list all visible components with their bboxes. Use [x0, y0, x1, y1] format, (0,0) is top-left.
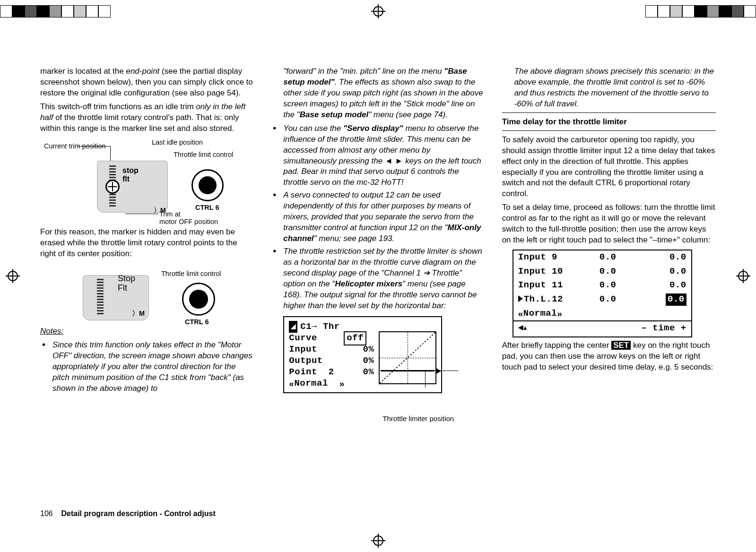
column-2: "forward" in the "min. pitch" line on th… — [271, 66, 485, 500]
lcd-label: Th.L.12 — [524, 294, 563, 304]
notes-heading: Notes: — [40, 326, 254, 337]
lcd-row: Input 100.00.0 — [513, 265, 691, 279]
text-italic: The above diagram shows precisely this s… — [514, 67, 714, 108]
svg-line-0 — [380, 332, 435, 383]
lcd-value: 0% — [341, 355, 374, 367]
para: For this reason, the marker is hidden an… — [40, 227, 254, 259]
crop-bar-top — [0, 5, 756, 18]
lcd-label: Input 10 — [518, 266, 584, 278]
registration-mark-left — [8, 271, 18, 281]
page-footer: 106 Detail program description - Control… — [40, 509, 216, 519]
lcd-row-selected: Th.L.120.00.0 — [513, 293, 691, 307]
pointer-line — [283, 393, 485, 407]
text: This switch-off trim functions as an idl… — [40, 102, 196, 111]
list-item: The throttle restriction set by the thro… — [271, 246, 485, 311]
lcd-value-selected: 0.0 — [666, 293, 686, 306]
lcd-phase: Normal — [523, 308, 557, 320]
curve-icon: ◢ — [289, 321, 297, 333]
lcd-throttle-curve: ◢ C1→ Thr Curve off Input 0% Output 0% P… — [283, 316, 485, 424]
trim-marker-icon — [105, 180, 120, 194]
lcd-graph — [379, 331, 436, 384]
label-motor-off: motor OFF position — [159, 217, 218, 227]
text-italic: You can use the — [283, 124, 343, 133]
lcd-label: Point — [289, 367, 317, 377]
lcd-row: «Normal» — [513, 307, 691, 321]
double-angle-right-icon: » — [557, 308, 562, 320]
lcd-label: Input — [289, 344, 341, 356]
text-italic: end-point — [126, 67, 159, 76]
notes-list: Since this trim function only takes effe… — [40, 340, 254, 394]
double-angle-left-icon: « — [518, 308, 523, 320]
trim-diagram-2: StopFlt Throttle limit control CTRL 6 〉M — [69, 262, 254, 323]
registration-mark-right — [738, 271, 748, 281]
trim-diagram-1: Current trim position Last idle position… — [50, 138, 254, 223]
lcd-value: 0.0 — [584, 251, 632, 264]
lcd-label: Output — [289, 355, 341, 367]
rotary-knob-icon — [191, 169, 224, 201]
text: After briefly tapping the center — [502, 341, 612, 350]
lcd-row: Input 110.00.0 — [513, 278, 691, 293]
text: of the throttle limit rotary control's p… — [40, 113, 239, 133]
bullet-list: You can use the "Servo display" menu to … — [271, 123, 485, 311]
label-throttle-limit-control: Throttle limit control — [161, 269, 221, 279]
divider — [502, 112, 716, 113]
registration-mark-bottom — [373, 535, 383, 546]
para: The above diagram shows precisely this s… — [502, 66, 716, 110]
para: To set a delay time, proceed as follows:… — [502, 202, 716, 246]
lcd-label: Input 11 — [518, 279, 584, 292]
lcd-label: Curve — [289, 332, 341, 345]
label-ctrl6: CTRL 6 — [195, 203, 219, 213]
page-content: marker is located at the end-point (see … — [40, 66, 716, 500]
para-continuation: "forward" in the "min. pitch" line on th… — [271, 66, 485, 121]
text-italic: " menu (see page 74). — [368, 110, 448, 119]
list-item: You can use the "Servo display" menu to … — [271, 123, 485, 189]
crop-bar-bottom — [0, 534, 756, 547]
para: To safely avoid the carburetor opening t… — [502, 135, 716, 200]
swatches-left — [0, 5, 111, 17]
lcd-value: 0.0 — [632, 266, 686, 278]
text-bold-italic: Helicopter mixers — [335, 279, 402, 288]
lcd-row: Input 90.00.0 — [513, 250, 691, 265]
registration-mark-top — [373, 6, 383, 17]
list-item: A servo connected to output 12 can be us… — [271, 190, 485, 244]
lcd-value: 0.0 — [584, 279, 632, 292]
arrow-keys-icon — [518, 322, 527, 335]
rotary-knob-icon — [182, 283, 215, 316]
double-angle-right-icon: » — [339, 378, 345, 390]
text-italic: A servo connected to output 12 can be us… — [283, 190, 474, 232]
label-flt: flt — [122, 174, 130, 184]
lcd-phase: Normal — [294, 378, 328, 390]
label-throttle-limiter-position: Throttle limiter position — [382, 414, 485, 423]
lcd-value: 0.0 — [632, 251, 686, 264]
list-item: Since this trim function only takes effe… — [40, 340, 254, 394]
label-stop-flt: StopFlt — [118, 274, 135, 293]
footer-title: Detail program description - Control adj… — [61, 509, 215, 518]
cursor-icon — [518, 295, 523, 302]
m-icon: 〉M — [132, 309, 145, 319]
text-italic: Since this trim function only takes effe… — [52, 340, 252, 393]
para: marker is located at the end-point (see … — [40, 66, 254, 99]
label-ctrl6: CTRL 6 — [185, 318, 209, 327]
lcd-value: 0% — [341, 366, 374, 379]
column-1: marker is located at the end-point (see … — [40, 66, 254, 500]
text-italic: " menu; see page 193. — [314, 234, 395, 243]
lcd-time-label: – time + — [641, 322, 686, 335]
text-bold-italic: "Servo display" — [343, 124, 403, 133]
column-3: The above diagram shows precisely this s… — [502, 66, 716, 500]
text: marker is located at the — [40, 67, 126, 76]
para: This switch-off trim functions as an idl… — [40, 102, 254, 134]
trim-scale-icon — [97, 279, 104, 316]
lcd-value: 0.0 — [632, 279, 686, 292]
text-italic: "forward" in the "min. pitch" line on th… — [283, 67, 444, 76]
lcd-value: 0% — [341, 344, 374, 356]
lcd-value: 0.0 — [584, 266, 632, 278]
lcd-footer: – time + — [513, 320, 691, 336]
divider — [502, 130, 716, 131]
text-italic: menu to observe the influence of the thr… — [283, 124, 481, 187]
lcd-value: 0.0 — [584, 293, 632, 306]
section-heading: Time delay for the throttle limiter — [502, 117, 716, 128]
lcd-time-delay: Input 90.00.0 Input 100.00.0 Input 110.0… — [513, 250, 716, 337]
para: After briefly tapping the center SET key… — [502, 340, 716, 373]
double-angle-left-icon: « — [289, 378, 294, 390]
lcd-title: C1→ Thr — [300, 321, 339, 333]
